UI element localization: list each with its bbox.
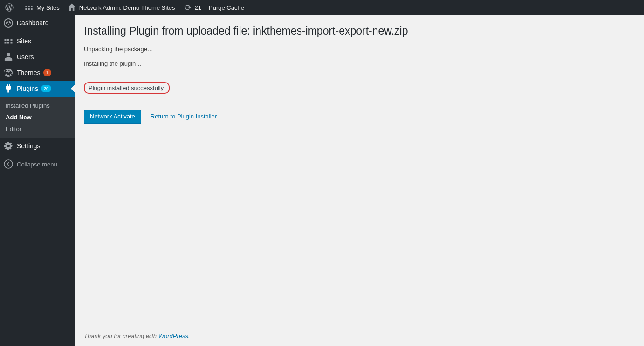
sidebar-item-label: Collapse menu (17, 161, 57, 168)
collapse-icon (4, 159, 13, 169)
submenu-installed-plugins[interactable]: Installed Plugins (0, 100, 75, 111)
page-title: Installing Plugin from uploaded file: in… (84, 24, 635, 38)
multisite-icon (24, 3, 34, 12)
sidebar-item-sites[interactable]: Sites (0, 33, 75, 49)
adminbar-updates-count: 21 (195, 4, 201, 11)
sidebar-item-label: Sites (17, 37, 31, 45)
sidebar-item-label: Settings (17, 142, 41, 150)
network-activate-button[interactable]: Network Activate (84, 110, 141, 124)
multisite-icon (4, 36, 13, 46)
sidebar-submenu-plugins: Installed Plugins Add New Editor (0, 97, 75, 138)
appearance-icon (4, 68, 13, 77)
users-icon (4, 52, 13, 62)
home-icon (67, 3, 76, 12)
adminbar-my-sites[interactable]: My Sites (21, 0, 63, 15)
actions-row: Network Activate Return to Plugin Instal… (84, 110, 635, 124)
adminbar-my-sites-label: My Sites (36, 4, 60, 11)
sidebar-item-label: Themes (17, 69, 41, 76)
return-link[interactable]: Return to Plugin Installer (151, 113, 217, 120)
footer-link[interactable]: WordPress (158, 332, 188, 339)
adminbar-purge-label: Purge Cache (209, 4, 244, 11)
svg-point-0 (4, 160, 13, 168)
update-icon (183, 3, 192, 12)
sidebar-collapse[interactable]: Collapse menu (0, 156, 75, 172)
footer: Thank you for creating with WordPress. (84, 332, 190, 339)
settings-icon (4, 141, 13, 151)
sidebar-item-label: Plugins (17, 85, 38, 92)
adminbar-wp-logo[interactable] (3, 0, 21, 15)
admin-bar: My Sites Network Admin: Demo Theme Sites… (0, 0, 644, 15)
sidebar-item-label: Users (17, 53, 34, 61)
sidebar: Dashboard Sites Users Themes 1 Plugins 2… (0, 15, 75, 346)
plugins-count-badge: 20 (41, 85, 51, 92)
sidebar-item-themes[interactable]: Themes 1 (0, 65, 75, 81)
dashboard-icon (4, 18, 13, 28)
sidebar-item-users[interactable]: Users (0, 49, 75, 65)
plugins-icon (4, 84, 13, 93)
sidebar-item-dashboard[interactable]: Dashboard (0, 15, 75, 31)
adminbar-updates[interactable]: 21 (179, 0, 205, 15)
footer-text: Thank you for creating with (84, 332, 158, 339)
adminbar-network[interactable]: Network Admin: Demo Theme Sites (63, 0, 179, 15)
submenu-editor[interactable]: Editor (0, 123, 75, 135)
themes-count-badge: 1 (43, 69, 51, 76)
sidebar-item-settings[interactable]: Settings (0, 138, 75, 154)
submenu-add-new[interactable]: Add New (0, 111, 75, 123)
status-installing: Installing the plugin… (84, 60, 635, 67)
footer-period: . (188, 332, 190, 339)
wordpress-icon (5, 3, 14, 12)
status-success: Plugin installed successfully. (84, 82, 170, 94)
sidebar-item-label: Dashboard (17, 19, 49, 27)
adminbar-purge-cache[interactable]: Purge Cache (205, 0, 248, 15)
main-content: Installing Plugin from uploaded file: in… (75, 15, 644, 346)
status-unpacking: Unpacking the package… (84, 46, 635, 53)
sidebar-item-plugins[interactable]: Plugins 20 (0, 81, 75, 97)
adminbar-network-label: Network Admin: Demo Theme Sites (79, 4, 175, 11)
